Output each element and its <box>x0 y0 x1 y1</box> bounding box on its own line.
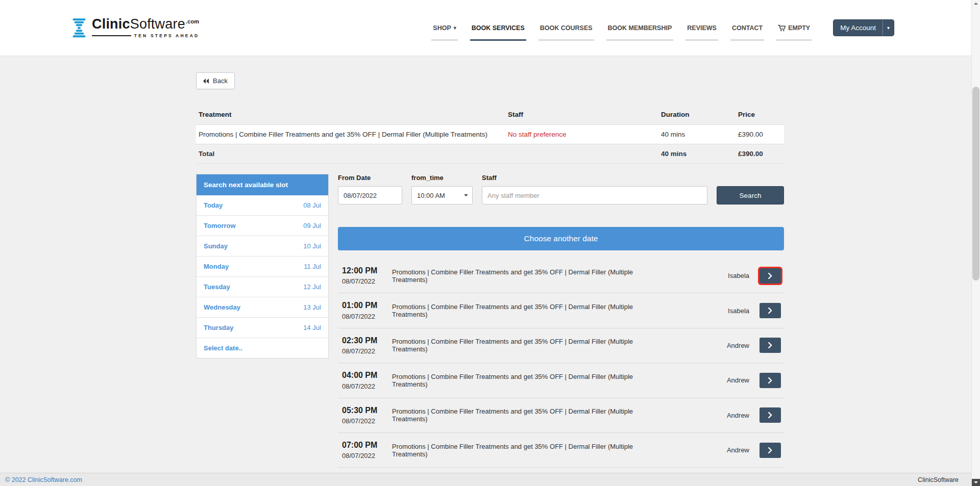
slot-treatment: Promotions | Combine Filler Treatments a… <box>389 338 678 353</box>
order-price-cell: £390.00 <box>736 125 784 144</box>
slot-day-date: 11 Jul <box>304 263 321 270</box>
time-slot-row: 04:00 PM 08/07/2022 Promotions | Combine… <box>338 363 784 398</box>
time-slot-row: 05:30 PM 08/07/2022 Promotions | Combine… <box>338 398 784 433</box>
booking-main: From Date from_time 10:00 AM Staff Searc… <box>338 174 784 468</box>
nav-item-shop[interactable]: SHOP ▾ <box>431 15 457 41</box>
header-inner: ClinicSoftware.com TEN STEPS AHEAD SHOP … <box>0 0 980 56</box>
chevron-right-icon <box>768 377 772 383</box>
book-slot-button[interactable] <box>760 338 781 353</box>
site-footer: © 2022 ClinicSoftware.com ClinicSoftware <box>0 473 980 486</box>
slot-treatment: Promotions | Combine Filler Treatments a… <box>389 303 678 318</box>
order-row: Promotions | Combine Filler Treatments a… <box>196 125 784 144</box>
column-header-treatment: Treatment <box>196 105 505 125</box>
total-label: Total <box>196 144 505 164</box>
slot-date: 08/07/2022 <box>342 417 389 425</box>
time-slot-list: 12:00 PM 08/07/2022 Promotions | Combine… <box>338 259 784 468</box>
order-duration-cell: 40 mins <box>658 125 736 144</box>
slot-time: 02:30 PM <box>342 336 389 345</box>
slot-day-today[interactable]: Today 08 Jul <box>197 195 328 216</box>
search-button[interactable]: Search <box>717 186 784 204</box>
my-account-button[interactable]: My Account ▾ <box>833 19 894 36</box>
my-account-caret[interactable]: ▾ <box>883 20 894 36</box>
choose-another-date-button[interactable]: Choose another date <box>338 227 784 250</box>
order-staff-cell: No staff preference <box>505 125 658 144</box>
logo-name-clinic: Clinic <box>92 16 130 32</box>
slot-when: 07:00 PM 08/07/2022 <box>342 441 389 459</box>
slot-day-date: 09 Jul <box>303 222 321 229</box>
choose-another-date-label: Choose another date <box>524 234 598 243</box>
scrollbar-down-arrow-icon[interactable] <box>972 479 980 486</box>
footer-brand: ClinicSoftware <box>918 476 959 483</box>
logo-tld: .com <box>186 18 199 24</box>
logo-text: ClinicSoftware.com TEN STEPS AHEAD <box>92 17 199 38</box>
chevron-right-icon <box>768 308 772 314</box>
book-slot-button[interactable] <box>760 303 781 318</box>
total-staff-cell <box>505 144 658 164</box>
slot-time: 07:00 PM <box>342 441 389 450</box>
logo[interactable]: ClinicSoftware.com TEN STEPS AHEAD <box>71 17 199 38</box>
slot-when: 01:00 PM 08/07/2022 <box>342 301 389 320</box>
slot-day-tuesday[interactable]: Tuesday 12 Jul <box>197 277 328 297</box>
book-slot-button[interactable] <box>760 268 781 284</box>
scrollbar-thumb[interactable] <box>972 87 979 280</box>
order-summary-table: Treatment Staff Duration Price Promotion… <box>196 105 784 164</box>
slot-day-label: Select date.. <box>204 344 242 352</box>
time-slot-row: 02:30 PM 08/07/2022 Promotions | Combine… <box>338 328 784 363</box>
slot-day-wednesday[interactable]: Wednesday 13 Jul <box>197 297 328 318</box>
column-header-price: Price <box>736 105 784 125</box>
slot-staff: Isabela <box>678 307 749 315</box>
chevron-right-icon <box>768 447 772 453</box>
total-price: £390.00 <box>736 144 784 164</box>
slot-day-label: Tuesday <box>204 283 230 291</box>
slot-day-label: Today <box>204 201 223 209</box>
slot-day-select-date[interactable]: Select date.. <box>197 338 328 358</box>
slot-date: 08/07/2022 <box>342 277 389 285</box>
chevron-down-icon: ▾ <box>454 25 456 31</box>
logo-tagline: TEN STEPS AHEAD <box>92 33 199 38</box>
nav-item-reviews[interactable]: REVIEWS <box>685 15 718 41</box>
slot-staff: Andrew <box>678 446 749 454</box>
order-total-row: Total 40 mins £390.00 <box>196 144 784 164</box>
slot-day-date: 10 Jul <box>303 242 321 250</box>
footer-copyright-link[interactable]: © 2022 ClinicSoftware.com <box>5 476 82 483</box>
vertical-scrollbar[interactable] <box>971 0 980 486</box>
nav-item-book-courses[interactable]: BOOK COURSES <box>538 15 594 41</box>
book-slot-button[interactable] <box>760 373 781 388</box>
book-slot-button[interactable] <box>760 443 781 458</box>
staff-field-group: Staff <box>482 174 707 204</box>
scrollbar-up-arrow-icon[interactable] <box>972 0 980 7</box>
chevron-right-icon <box>768 342 772 348</box>
nav-item-book-membership[interactable]: BOOK MEMBERSHIP <box>606 15 674 41</box>
staff-input[interactable] <box>482 186 707 204</box>
logo-name: ClinicSoftware.com <box>92 17 199 31</box>
slot-day-sunday[interactable]: Sunday 10 Jul <box>197 236 328 257</box>
slot-day-label: Tomorrow <box>204 222 236 229</box>
cart-icon <box>778 24 786 32</box>
nav-cart-label: EMPTY <box>788 24 810 32</box>
column-header-duration: Duration <box>658 105 736 125</box>
nav-item-book-services[interactable]: BOOK SERVICES <box>470 15 526 41</box>
book-slot-button[interactable] <box>760 407 781 423</box>
slot-day-thursday[interactable]: Thursday 14 Jul <box>197 318 328 338</box>
slot-day-label: Wednesday <box>204 303 240 311</box>
slot-treatment: Promotions | Combine Filler Treatments a… <box>389 443 678 458</box>
order-table-header-row: Treatment Staff Duration Price <box>196 105 784 125</box>
back-button-label: Back <box>213 77 228 85</box>
slot-day-label: Monday <box>204 263 229 270</box>
slot-date: 08/07/2022 <box>342 382 389 390</box>
back-button[interactable]: Back <box>196 72 235 89</box>
logo-name-software: Software <box>130 16 185 32</box>
double-left-arrow-icon <box>203 79 209 84</box>
slot-staff: Isabela <box>678 272 749 279</box>
nav-item-cart-empty[interactable]: EMPTY <box>776 15 812 41</box>
logo-tagline-text: TEN STEPS AHEAD <box>134 33 200 38</box>
slot-day-tomorrow[interactable]: Tomorrow 09 Jul <box>197 216 328 236</box>
next-available-slot-panel: Search next available slot Today 08 Jul … <box>196 174 329 359</box>
from-time-select[interactable]: 10:00 AM <box>411 186 473 204</box>
from-date-input[interactable] <box>338 186 402 204</box>
slot-day-monday[interactable]: Monday 11 Jul <box>197 257 328 277</box>
my-account-label[interactable]: My Account <box>834 20 883 36</box>
slot-treatment: Promotions | Combine Filler Treatments a… <box>389 268 678 284</box>
chevron-right-icon <box>768 273 772 279</box>
nav-item-contact[interactable]: CONTACT <box>730 15 764 41</box>
